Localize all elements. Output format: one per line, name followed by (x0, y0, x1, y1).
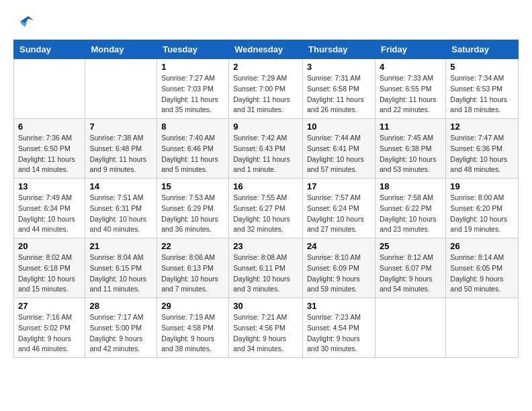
sunset-text: Sunset: 6:46 PM (161, 144, 214, 152)
sunset-text: Sunset: 6:22 PM (380, 204, 432, 212)
sunset-text: Sunset: 6:34 PM (18, 204, 71, 212)
calendar-cell: 11 Sunrise: 7:45 AM Sunset: 6:38 PM Dayl… (375, 119, 445, 179)
sunset-text: Sunset: 6:41 PM (307, 144, 359, 152)
sunset-text: Sunset: 6:29 PM (161, 204, 214, 212)
day-number: 3 (307, 62, 371, 72)
sunrise-text: Sunrise: 8:04 AM (89, 253, 143, 261)
sunrise-text: Sunrise: 7:40 AM (161, 134, 215, 142)
sunset-text: Sunset: 6:11 PM (233, 264, 285, 272)
sunrise-text: Sunrise: 8:00 AM (450, 193, 504, 201)
header-thursday: Thursday (303, 40, 375, 59)
header-monday: Monday (85, 40, 157, 59)
sunset-text: Sunset: 4:56 PM (233, 324, 285, 332)
day-number: 14 (89, 181, 152, 191)
daylight-text: Daylight: 11 hours and 14 minutes. (18, 155, 75, 174)
logo (13, 13, 36, 33)
day-number: 26 (450, 241, 514, 251)
day-number: 19 (450, 181, 514, 191)
calendar-table: SundayMondayTuesdayWednesdayThursdayFrid… (13, 40, 519, 358)
day-number: 11 (380, 122, 441, 132)
daylight-text: Daylight: 10 hours and 23 minutes. (380, 215, 437, 234)
day-number: 25 (380, 241, 441, 251)
calendar-cell: 7 Sunrise: 7:38 AM Sunset: 6:48 PM Dayli… (85, 119, 157, 179)
sunrise-text: Sunrise: 7:51 AM (89, 193, 143, 201)
logo-bird-icon (15, 13, 35, 30)
sunrise-text: Sunrise: 7:27 AM (161, 74, 215, 82)
sunrise-text: Sunrise: 7:21 AM (233, 313, 287, 321)
calendar-cell (14, 59, 85, 119)
sunset-text: Sunset: 6:07 PM (380, 264, 432, 272)
day-number: 5 (450, 62, 514, 72)
sunrise-text: Sunrise: 7:55 AM (233, 193, 287, 201)
header-saturday: Saturday (446, 40, 519, 59)
sunrise-text: Sunrise: 7:47 AM (450, 134, 504, 142)
day-number: 2 (233, 62, 298, 72)
calendar-week-row: 6 Sunrise: 7:36 AM Sunset: 6:50 PM Dayli… (14, 119, 519, 179)
daylight-text: Daylight: 10 hours and 48 minutes. (450, 155, 507, 174)
calendar-cell: 19 Sunrise: 8:00 AM Sunset: 6:20 PM Dayl… (446, 179, 519, 238)
sunrise-text: Sunrise: 7:23 AM (307, 313, 361, 321)
daylight-text: Daylight: 10 hours and 44 minutes. (18, 215, 75, 234)
sunrise-text: Sunrise: 7:38 AM (89, 134, 143, 142)
sunrise-text: Sunrise: 7:45 AM (380, 134, 433, 142)
calendar-week-row: 13 Sunrise: 7:49 AM Sunset: 6:34 PM Dayl… (14, 179, 519, 238)
sunset-text: Sunset: 7:00 PM (233, 85, 285, 93)
sunrise-text: Sunrise: 7:44 AM (307, 134, 361, 142)
sunset-text: Sunset: 6:50 PM (18, 144, 71, 152)
sunrise-text: Sunrise: 7:33 AM (380, 74, 433, 82)
day-number: 17 (307, 181, 371, 191)
sunset-text: Sunset: 6:05 PM (450, 264, 502, 272)
daylight-text: Daylight: 11 hours and 9 minutes. (89, 155, 146, 174)
day-number: 31 (307, 301, 371, 311)
calendar-cell: 2 Sunrise: 7:29 AM Sunset: 7:00 PM Dayli… (229, 59, 303, 119)
calendar-cell: 16 Sunrise: 7:55 AM Sunset: 6:27 PM Dayl… (229, 179, 303, 238)
calendar-cell (85, 59, 157, 119)
day-number: 9 (233, 122, 298, 132)
sunrise-text: Sunrise: 8:14 AM (450, 253, 504, 261)
day-number: 28 (89, 301, 152, 311)
calendar-cell: 26 Sunrise: 8:14 AM Sunset: 6:05 PM Dayl… (446, 238, 519, 298)
header (13, 13, 519, 33)
day-number: 30 (233, 301, 298, 311)
sunrise-text: Sunrise: 8:06 AM (161, 253, 215, 261)
day-number: 15 (161, 181, 224, 191)
calendar-cell: 13 Sunrise: 7:49 AM Sunset: 6:34 PM Dayl… (14, 179, 85, 238)
daylight-text: Daylight: 10 hours and 11 minutes. (89, 275, 146, 293)
sunset-text: Sunset: 6:58 PM (307, 85, 359, 93)
daylight-text: Daylight: 9 hours and 46 minutes. (18, 334, 71, 353)
daylight-text: Daylight: 10 hours and 15 minutes. (18, 275, 75, 293)
calendar-cell: 30 Sunrise: 7:21 AM Sunset: 4:56 PM Dayl… (229, 298, 303, 358)
day-number: 13 (18, 181, 81, 191)
calendar-cell: 3 Sunrise: 7:31 AM Sunset: 6:58 PM Dayli… (303, 59, 375, 119)
daylight-text: Daylight: 10 hours and 27 minutes. (307, 215, 364, 234)
header-wednesday: Wednesday (229, 40, 303, 59)
day-number: 21 (89, 241, 152, 251)
sunrise-text: Sunrise: 8:02 AM (18, 253, 72, 261)
calendar-cell: 12 Sunrise: 7:47 AM Sunset: 6:36 PM Dayl… (446, 119, 519, 179)
calendar-cell (446, 298, 519, 358)
sunset-text: Sunset: 6:20 PM (450, 204, 502, 212)
day-number: 12 (450, 122, 514, 132)
calendar-cell: 23 Sunrise: 8:08 AM Sunset: 6:11 PM Dayl… (229, 238, 303, 298)
calendar-cell: 25 Sunrise: 8:12 AM Sunset: 6:07 PM Dayl… (375, 238, 445, 298)
daylight-text: Daylight: 10 hours and 53 minutes. (380, 155, 437, 174)
sunset-text: Sunset: 4:58 PM (161, 324, 214, 332)
day-number: 20 (18, 241, 81, 251)
daylight-text: Daylight: 11 hours and 35 minutes. (161, 95, 218, 114)
daylight-text: Daylight: 9 hours and 42 minutes. (89, 334, 142, 353)
day-number: 6 (18, 122, 81, 132)
sunset-text: Sunset: 6:38 PM (380, 144, 432, 152)
sunset-text: Sunset: 6:09 PM (307, 264, 359, 272)
sunset-text: Sunset: 7:03 PM (161, 85, 214, 93)
daylight-text: Daylight: 10 hours and 57 minutes. (307, 155, 364, 174)
day-number: 22 (161, 241, 224, 251)
sunrise-text: Sunrise: 7:58 AM (380, 193, 433, 201)
calendar-cell: 18 Sunrise: 7:58 AM Sunset: 6:22 PM Dayl… (375, 179, 445, 238)
sunset-text: Sunset: 5:02 PM (18, 324, 71, 332)
sunset-text: Sunset: 5:00 PM (89, 324, 142, 332)
calendar-cell: 1 Sunrise: 7:27 AM Sunset: 7:03 PM Dayli… (157, 59, 229, 119)
sunrise-text: Sunrise: 7:17 AM (89, 313, 143, 321)
calendar-cell: 31 Sunrise: 7:23 AM Sunset: 4:54 PM Dayl… (303, 298, 375, 358)
calendar-cell: 24 Sunrise: 8:10 AM Sunset: 6:09 PM Dayl… (303, 238, 375, 298)
daylight-text: Daylight: 11 hours and 18 minutes. (450, 95, 507, 114)
